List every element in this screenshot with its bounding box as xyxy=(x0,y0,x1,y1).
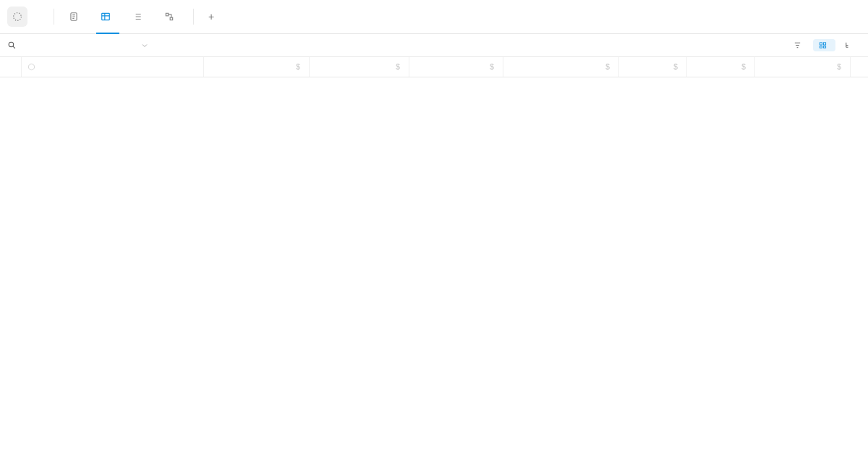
svg-rect-2 xyxy=(102,13,110,20)
col-net[interactable]: $ xyxy=(687,57,755,77)
svg-rect-8 xyxy=(820,46,822,48)
dollar-icon: $ xyxy=(605,63,610,71)
dollar-icon: $ xyxy=(673,63,678,71)
col-cogs[interactable]: $ xyxy=(310,57,409,77)
circle-icon xyxy=(27,63,35,71)
svg-rect-6 xyxy=(820,43,822,45)
filter-button[interactable] xyxy=(788,39,810,51)
col-returns[interactable]: $ xyxy=(204,57,310,77)
table-icon xyxy=(101,12,111,22)
subtask-icon xyxy=(844,41,852,49)
svg-point-0 xyxy=(14,13,22,21)
tab-spreadsheet[interactable] xyxy=(92,0,124,34)
svg-point-5 xyxy=(9,42,14,46)
svg-rect-9 xyxy=(823,46,825,48)
top-bar: + xyxy=(0,0,868,34)
search-wrap xyxy=(7,41,159,51)
svg-point-10 xyxy=(28,64,34,69)
search-icon xyxy=(7,41,17,50)
group-icon xyxy=(819,41,827,49)
dollar-icon: $ xyxy=(837,63,841,71)
svg-rect-3 xyxy=(166,13,169,16)
dollar-icon: $ xyxy=(490,63,494,71)
app-icon xyxy=(7,7,27,27)
chevron-down-icon[interactable] xyxy=(140,41,149,50)
col-hash[interactable] xyxy=(0,57,22,77)
plus-icon: + xyxy=(208,11,214,22)
filter-icon xyxy=(793,41,801,49)
column-headers: $ $ $ $ $ $ $ xyxy=(0,57,868,77)
dollar-icon: $ xyxy=(396,63,400,71)
hiding-subtasks-button[interactable] xyxy=(838,39,861,51)
col-gross[interactable]: $ xyxy=(619,57,687,77)
divider xyxy=(193,9,194,25)
col-profit[interactable]: $ xyxy=(755,57,851,77)
dollar-icon: $ xyxy=(296,63,300,71)
tab-getting-started[interactable] xyxy=(60,0,92,34)
col-admin[interactable]: $ xyxy=(503,57,619,77)
toolbar xyxy=(0,34,868,57)
list-icon xyxy=(132,12,142,22)
col-task-name[interactable] xyxy=(22,57,204,77)
process-icon xyxy=(164,12,174,22)
add-view-button[interactable]: + xyxy=(200,11,227,22)
svg-rect-7 xyxy=(823,43,825,45)
search-input[interactable] xyxy=(21,41,122,51)
tab-financial-statements[interactable] xyxy=(124,0,156,34)
group-by-button[interactable] xyxy=(813,39,835,51)
svg-rect-4 xyxy=(170,17,173,20)
tab-approval-process[interactable] xyxy=(156,0,187,34)
dollar-icon: $ xyxy=(741,63,746,71)
divider xyxy=(54,9,54,25)
doc-icon xyxy=(69,12,79,22)
col-selling[interactable]: $ xyxy=(409,57,503,77)
